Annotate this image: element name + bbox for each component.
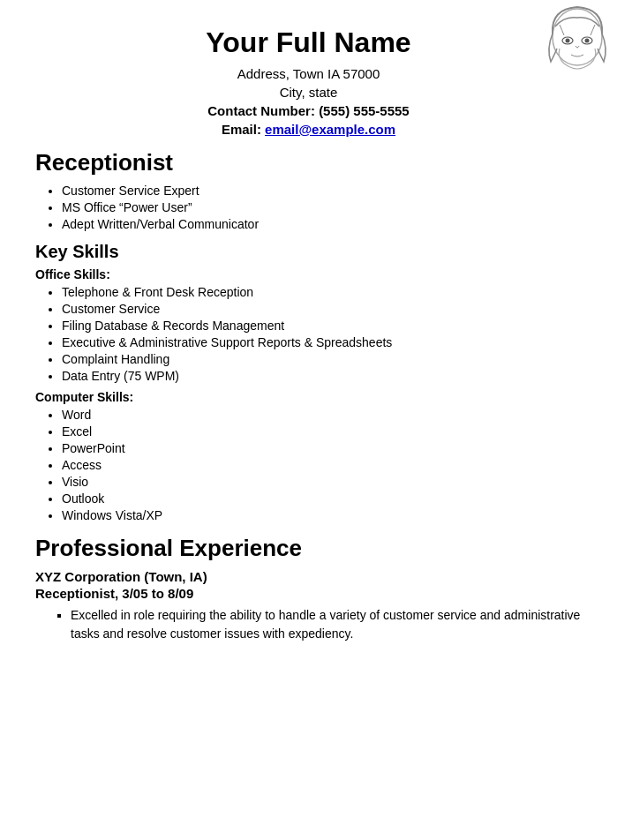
job-title: Receptionist, 3/05 to 8/09 — [35, 586, 582, 601]
list-item: Filing Database & Records Management — [62, 319, 582, 333]
list-item: Access — [62, 458, 582, 472]
computer-skills-list: Word Excel PowerPoint Access Visio Outlo… — [62, 408, 582, 522]
experience-bullet-list: Excelled in role requiring the ability t… — [71, 606, 582, 643]
email-line: Email: email@example.com — [35, 122, 582, 137]
list-item: Telephone & Front Desk Reception — [62, 285, 582, 299]
keyskills-title: Key Skills — [35, 242, 582, 262]
list-item: Excel — [62, 424, 582, 439]
receptionist-title: Receptionist — [35, 149, 582, 176]
computer-skills-label: Computer Skills: — [35, 390, 582, 404]
keyskills-section: Key Skills Office Skills: Telephone & Fr… — [35, 242, 582, 522]
list-item: Excelled in role requiring the ability t… — [71, 606, 582, 643]
list-item: Complaint Handling — [62, 352, 582, 366]
list-item: Word — [62, 408, 582, 422]
list-item: Executive & Administrative Support Repor… — [62, 335, 582, 349]
list-item: Customer Service — [62, 302, 582, 316]
list-item: MS Office “Power User” — [62, 200, 582, 214]
list-item: Windows Vista/XP — [62, 508, 582, 522]
city-state-line: City, state — [35, 85, 582, 100]
receptionist-section: Receptionist Customer Service Expert MS … — [35, 149, 582, 231]
header-section: Your Full Name Address, Town IA 57000 Ci… — [35, 26, 582, 137]
list-item: PowerPoint — [62, 441, 582, 455]
list-item: Outlook — [62, 491, 582, 506]
list-item: Customer Service Expert — [62, 184, 582, 198]
experience-title: Professional Experience — [35, 535, 582, 562]
contact-number-line: Contact Number: (555) 555-5555 — [35, 103, 582, 118]
company-name: XYZ Corporation (Town, IA) — [35, 569, 582, 584]
office-skills-label: Office Skills: — [35, 267, 582, 281]
contact-label: Contact Number: — [207, 103, 315, 118]
address-line: Address, Town IA 57000 — [35, 66, 582, 81]
contact-number: (555) 555-5555 — [319, 103, 410, 118]
list-item: Adept Written/Verbal Communicator — [62, 217, 582, 231]
email-label: Email: — [222, 122, 261, 137]
receptionist-bullet-list: Customer Service Expert MS Office “Power… — [62, 184, 582, 231]
email-link[interactable]: email@example.com — [265, 122, 395, 137]
office-skills-list: Telephone & Front Desk Reception Custome… — [62, 285, 582, 383]
list-item: Data Entry (75 WPM) — [62, 369, 582, 383]
full-name: Your Full Name — [35, 26, 582, 59]
resume-page: Your Full Name Address, Town IA 57000 Ci… — [0, 0, 617, 840]
svg-point-4 — [585, 39, 590, 43]
list-item: Visio — [62, 475, 582, 489]
experience-section: Professional Experience XYZ Corporation … — [35, 535, 582, 643]
